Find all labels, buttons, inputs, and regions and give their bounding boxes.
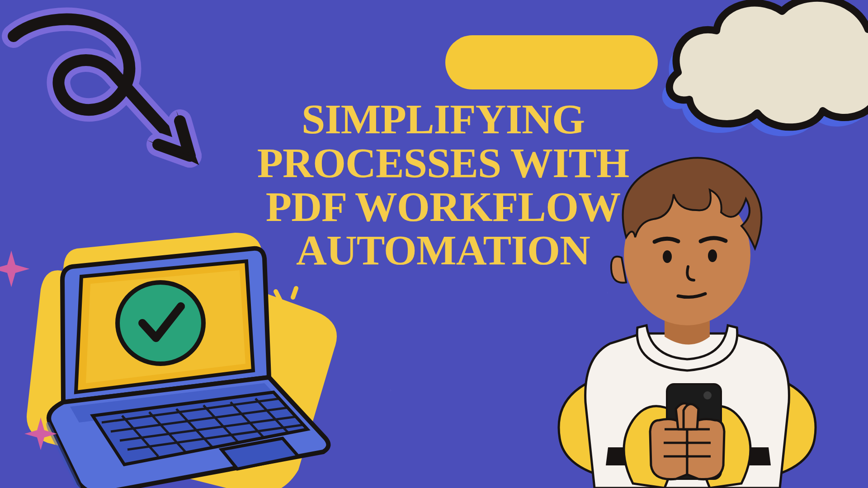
person-with-phone-icon xyxy=(542,131,832,488)
laptop-checkmark-icon xyxy=(9,221,357,488)
sparkle-icon xyxy=(0,249,32,289)
svg-point-4 xyxy=(708,249,717,262)
svg-point-6 xyxy=(703,391,712,399)
sparkle-icon xyxy=(23,416,59,452)
svg-point-3 xyxy=(663,250,672,263)
yellow-pill-shape xyxy=(445,35,658,89)
checkmark-icon xyxy=(118,282,203,364)
